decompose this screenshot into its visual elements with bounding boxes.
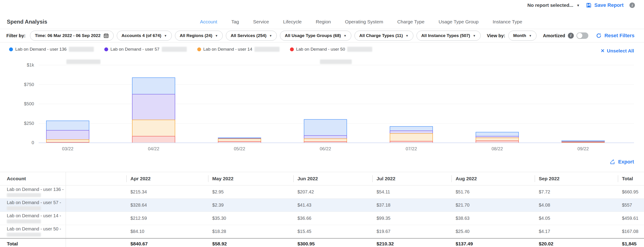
- table-header-row: AccountApr 2022May 2022Jun 2022Jul 2022A…: [0, 172, 644, 186]
- value-cell: $99.35: [372, 212, 452, 225]
- account-name: Lab on Demand - user 57 -: [7, 200, 61, 205]
- stacked-bar-09-22[interactable]: [562, 141, 605, 143]
- legend-item[interactable]: Lab on Demand - user 50: [290, 47, 372, 52]
- bar-segment[interactable]: [476, 141, 519, 143]
- info-icon[interactable]: i: [630, 2, 635, 8]
- spend-bar-chart: $1k$750$500$250003/2204/2205/2206/2207/2…: [0, 64, 644, 154]
- bar-segment[interactable]: [132, 94, 175, 119]
- amortized-toggle[interactable]: [576, 32, 588, 39]
- export-icon: [610, 159, 615, 165]
- bar-segment[interactable]: [46, 121, 89, 130]
- stacked-bar-08-22[interactable]: [476, 132, 519, 143]
- redacted-text: [254, 47, 280, 52]
- bar-segment[interactable]: [132, 77, 175, 94]
- bar-segment[interactable]: [390, 131, 433, 133]
- bar-segment[interactable]: [46, 142, 89, 143]
- bar-segment[interactable]: [476, 138, 519, 141]
- filter-pill-label: Time: 06 Mar 2022 - 06 Sep 2022: [35, 33, 100, 38]
- export-button[interactable]: Export: [610, 159, 634, 165]
- legend-item[interactable]: Lab on Demand - user 136: [9, 47, 94, 52]
- reset-filters-button[interactable]: Reset Filters: [596, 33, 634, 39]
- bar-segment[interactable]: [390, 141, 433, 143]
- legend-item[interactable]: Lab on Demand - user 57: [104, 47, 186, 52]
- bar-segment[interactable]: [304, 141, 347, 143]
- filter-pill[interactable]: All Usage Type Groups (68)▼: [280, 31, 351, 41]
- bar-segment[interactable]: [304, 119, 347, 135]
- amortized-info-icon[interactable]: i: [568, 33, 574, 39]
- bar-segment[interactable]: [304, 135, 347, 138]
- report-selector-dropdown[interactable]: No report selected... ▼: [528, 2, 580, 8]
- total-value-cell: $137.49: [452, 239, 535, 247]
- stacked-bar-03-22[interactable]: [46, 121, 89, 143]
- legend-label: Lab on Demand - user 57: [110, 47, 159, 52]
- bar-segment[interactable]: [218, 141, 261, 143]
- gridline: [39, 65, 634, 65]
- x-axis-tick-label: 08/22: [492, 146, 503, 151]
- filter-pill[interactable]: All Regions (24)▼: [175, 31, 223, 41]
- view-by-value: Month: [513, 33, 526, 38]
- bar-segment[interactable]: [46, 130, 89, 139]
- legend-dot: [9, 47, 13, 51]
- value-cell: $212.59: [126, 212, 208, 225]
- bar-segment[interactable]: [390, 126, 433, 131]
- value-cell: $4.05: [535, 212, 618, 225]
- bar-segment[interactable]: [476, 132, 519, 136]
- y-axis-tick-label: $500: [7, 101, 34, 106]
- total-label: Total: [7, 241, 18, 247]
- bar-segment[interactable]: [132, 120, 175, 136]
- stacked-bar-07-22[interactable]: [390, 126, 433, 143]
- column-header-total: Total: [618, 172, 644, 185]
- unselect-all-label: Unselect All: [607, 48, 634, 54]
- view-by-dropdown[interactable]: Month ▼: [508, 31, 536, 41]
- tab-instance-type[interactable]: Instance Type: [493, 19, 522, 24]
- value-cell: $54.11: [372, 186, 452, 198]
- filter-pill[interactable]: All Services (254)▼: [226, 31, 277, 41]
- bar-segment[interactable]: [46, 139, 89, 142]
- value-cell: $215.34: [126, 186, 208, 198]
- bar-segment[interactable]: [218, 138, 261, 141]
- filter-pill[interactable]: All Instance Types (507)▼: [416, 31, 480, 41]
- filter-pill[interactable]: Accounts 4 (of 674)▼: [117, 31, 172, 41]
- export-label: Export: [618, 159, 634, 165]
- bar-segment[interactable]: [476, 136, 519, 138]
- spacer-cell: [66, 212, 126, 225]
- filter-pill[interactable]: All Charge Types (11)▼: [354, 31, 413, 41]
- save-report-button[interactable]: Save Report: [586, 2, 624, 8]
- filter-pill[interactable]: Time: 06 Mar 2022 - 06 Sep 2022: [30, 31, 114, 41]
- bar-segment[interactable]: [562, 142, 605, 143]
- filter-pill-label: All Usage Type Groups (68): [285, 33, 341, 38]
- tab-service[interactable]: Service: [253, 19, 269, 24]
- table-row: Lab on Demand - user 50 -$84.10$18.28$15…: [0, 225, 644, 238]
- tab-operating-system[interactable]: Operating System: [345, 19, 383, 24]
- spend-analysis-page: No report selected... ▼ Save Report i Sp…: [0, 0, 644, 247]
- reset-icon: [596, 33, 602, 39]
- legend-item[interactable]: Lab on Demand - user 14: [197, 47, 280, 52]
- tab-lifecycle[interactable]: Lifecycle: [283, 19, 302, 24]
- amortized-label: Amortized: [543, 33, 565, 38]
- account-cell: Lab on Demand - user 50 -: [0, 225, 66, 238]
- bar-segment[interactable]: [390, 133, 433, 141]
- bar-segment[interactable]: [132, 136, 175, 143]
- redacted-text: [320, 59, 352, 64]
- tab-charge-type[interactable]: Charge Type: [397, 19, 424, 24]
- bar-segment[interactable]: [304, 138, 347, 141]
- tab-tag[interactable]: Tag: [231, 19, 239, 24]
- stacked-bar-05-22[interactable]: [218, 138, 261, 143]
- top-bar: No report selected... ▼ Save Report i: [0, 0, 644, 12]
- stacked-bar-06-22[interactable]: [304, 119, 347, 143]
- stacked-bar-04-22[interactable]: [132, 77, 175, 143]
- tab-usage-type-group[interactable]: Usage Type Group: [438, 19, 478, 24]
- value-cell: $37.18: [372, 199, 452, 212]
- y-axis-tick-label: $250: [7, 121, 34, 126]
- tab-account[interactable]: Account: [200, 19, 217, 24]
- table-row: Lab on Demand - user 57 -$328.64$2.39$41…: [0, 199, 644, 212]
- view-by-label: View by:: [487, 33, 506, 38]
- table-row: Lab on Demand - user 14 -$212.59$35.30$3…: [0, 212, 644, 225]
- tab-region[interactable]: Region: [316, 19, 331, 24]
- unselect-all-button[interactable]: ✕ Unselect All: [600, 48, 634, 54]
- total-value-cell: $210.32: [372, 239, 452, 247]
- filter-bar: Filter by: Time: 06 Mar 2022 - 06 Sep 20…: [0, 29, 644, 42]
- account-name: Lab on Demand - user 14 -: [7, 213, 61, 218]
- redacted-text: [7, 193, 41, 197]
- filter-pill-label: Accounts 4 (of 674): [122, 33, 161, 38]
